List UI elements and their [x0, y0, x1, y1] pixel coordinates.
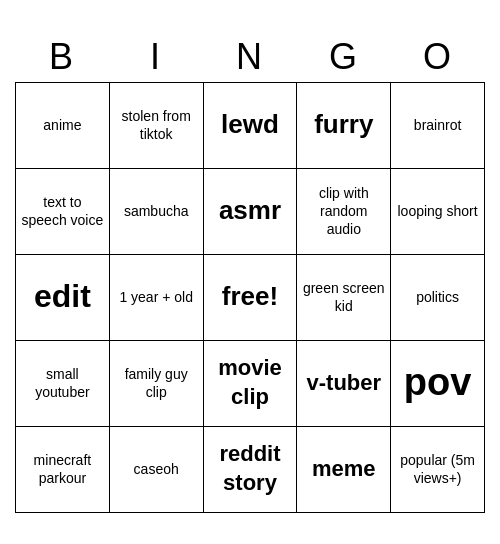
bingo-cell: lewd [204, 83, 298, 169]
bingo-cell: minecraft parkour [16, 427, 110, 513]
bingo-cell: politics [391, 255, 485, 341]
bingo-cell: small youtuber [16, 341, 110, 427]
bingo-cell: text to speech voice [16, 169, 110, 255]
bingo-cell: anime [16, 83, 110, 169]
bingo-cell: green screen kid [297, 255, 391, 341]
bingo-cell: clip with random audio [297, 169, 391, 255]
header-letter: B [15, 32, 109, 82]
bingo-cell: popular (5m views+) [391, 427, 485, 513]
header-letter: I [109, 32, 203, 82]
bingo-cell: stolen from tiktok [110, 83, 204, 169]
bingo-grid: animestolen from tiktoklewdfurrybrainrot… [15, 82, 485, 513]
bingo-cell: reddit story [204, 427, 298, 513]
bingo-cell: 1 year + old [110, 255, 204, 341]
bingo-card: BINGO animestolen from tiktoklewdfurrybr… [15, 32, 485, 513]
bingo-cell: brainrot [391, 83, 485, 169]
header-letter: O [391, 32, 485, 82]
header-letter: N [203, 32, 297, 82]
bingo-cell: edit [16, 255, 110, 341]
bingo-cell: asmr [204, 169, 298, 255]
bingo-header: BINGO [15, 32, 485, 82]
bingo-cell: furry [297, 83, 391, 169]
bingo-cell: looping short [391, 169, 485, 255]
bingo-cell: family guy clip [110, 341, 204, 427]
bingo-cell: v-tuber [297, 341, 391, 427]
header-letter: G [297, 32, 391, 82]
bingo-cell: free! [204, 255, 298, 341]
bingo-cell: movie clip [204, 341, 298, 427]
bingo-cell: sambucha [110, 169, 204, 255]
bingo-cell: pov [391, 341, 485, 427]
bingo-cell: meme [297, 427, 391, 513]
bingo-cell: caseoh [110, 427, 204, 513]
